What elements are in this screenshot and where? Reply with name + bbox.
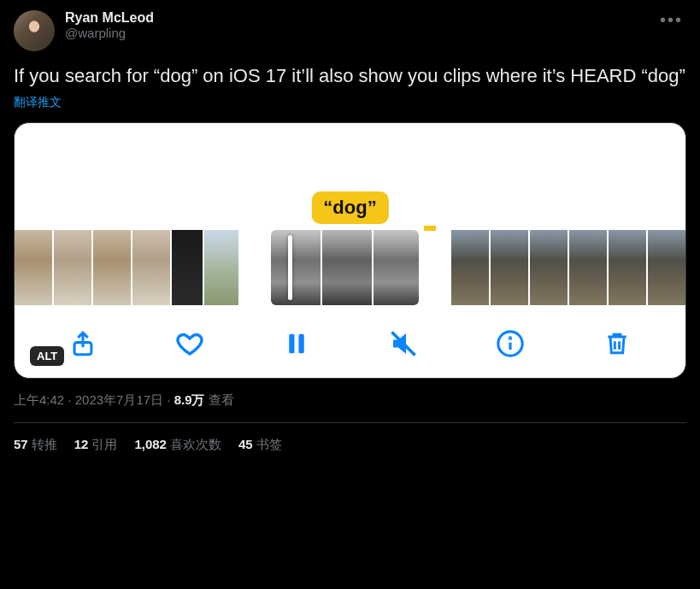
- handle: @warpling: [65, 26, 646, 40]
- tweet-container: Ryan McLeod @warpling ••• If you search …: [0, 0, 700, 460]
- thumbnail: [15, 230, 52, 305]
- delete-button[interactable]: [600, 327, 634, 361]
- tweet-date[interactable]: 2023年7月17日: [75, 392, 163, 407]
- thumbnail: [322, 230, 372, 305]
- thumbnail: [374, 230, 419, 305]
- thumbnail: [451, 230, 489, 305]
- info-icon: [496, 329, 525, 358]
- svg-rect-2: [299, 334, 304, 354]
- likes-stat[interactable]: 1,082喜欢次数: [134, 437, 221, 453]
- quotes-stat[interactable]: 12引用: [74, 437, 118, 453]
- trash-icon: [603, 329, 631, 358]
- svg-rect-1: [289, 334, 294, 354]
- scrubber-handle[interactable]: [288, 235, 292, 300]
- tweet-time[interactable]: 上午4:42: [14, 392, 64, 407]
- clip-group-1[interactable]: [15, 230, 238, 305]
- display-name: Ryan McLeod: [65, 10, 646, 26]
- tweet-meta: 上午4:42 · 2023年7月17日 · 8.9万 查看: [14, 392, 686, 409]
- more-menu-button[interactable]: •••: [656, 10, 686, 30]
- share-button[interactable]: [66, 327, 100, 361]
- pause-button[interactable]: [279, 327, 314, 361]
- tweet-text: If you search for “dog” on iOS 17 it’ll …: [14, 63, 686, 89]
- retweets-stat[interactable]: 57转推: [14, 437, 57, 453]
- mute-button[interactable]: [386, 327, 421, 361]
- translate-link[interactable]: 翻译推文: [14, 95, 62, 110]
- pause-icon: [284, 329, 309, 358]
- thumbnail: [93, 230, 131, 305]
- alt-badge[interactable]: ALT: [30, 346, 64, 366]
- thumbnail: [204, 230, 238, 305]
- playhead-marker: [424, 226, 436, 231]
- tweet-header: Ryan McLeod @warpling •••: [14, 10, 686, 51]
- divider: 57转推 12引用 1,082喜欢次数 45书签: [14, 422, 686, 453]
- thumbnail: [271, 230, 321, 305]
- thumbnail: [530, 230, 568, 305]
- thumbnail: [569, 230, 607, 305]
- thumbnail: [491, 230, 528, 305]
- heart-icon: [174, 328, 205, 359]
- media-card: “dog”: [14, 122, 686, 379]
- avatar[interactable]: [14, 10, 55, 51]
- media-toolbar: [15, 311, 685, 378]
- caption-bubble: “dog”: [311, 191, 388, 224]
- svg-point-4: [509, 338, 510, 339]
- filmstrip-row[interactable]: [15, 226, 685, 311]
- mute-icon: [388, 328, 419, 359]
- thumbnail: [132, 230, 170, 305]
- bookmarks-stat[interactable]: 45书签: [238, 437, 282, 453]
- clip-group-3[interactable]: [451, 230, 685, 305]
- thumbnail: [648, 230, 685, 305]
- thumbnail: [172, 230, 203, 305]
- media-top-area: “dog”: [15, 123, 685, 226]
- like-button[interactable]: [173, 327, 207, 361]
- thumbnail: [609, 230, 646, 305]
- views-label: 查看: [205, 392, 234, 407]
- author-names[interactable]: Ryan McLeod @warpling: [65, 10, 646, 40]
- info-button[interactable]: [493, 327, 527, 361]
- engagement-stats: 57转推 12引用 1,082喜欢次数 45书签: [14, 437, 686, 453]
- share-icon: [68, 329, 97, 358]
- views-count: 8.9万: [174, 392, 205, 407]
- clip-group-2[interactable]: [271, 230, 419, 305]
- thumbnail: [54, 230, 91, 305]
